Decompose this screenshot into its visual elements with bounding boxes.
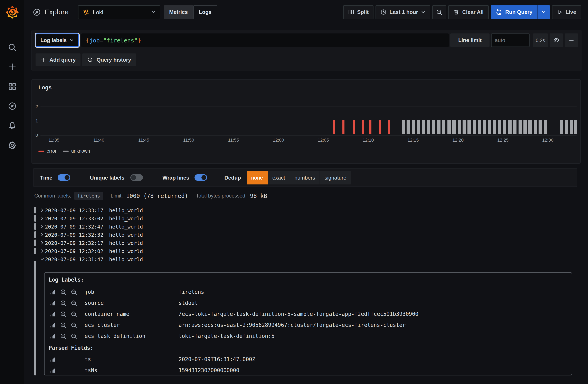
unknown-bar — [483, 120, 486, 134]
unknown-bar — [468, 120, 471, 134]
line-limit-input[interactable] — [491, 34, 529, 47]
filter-out-value-icon[interactable] — [71, 333, 77, 339]
stats-icon[interactable] — [49, 300, 56, 306]
dedup-option-exact[interactable]: exact — [268, 171, 290, 184]
filter-for-value-icon[interactable] — [60, 333, 67, 339]
bell-icon — [8, 121, 17, 130]
filter-out-value-icon[interactable] — [71, 300, 77, 306]
log-row[interactable]: 2020-07-09 12:33:17hello_world — [34, 206, 578, 214]
detail-field-name: source — [84, 300, 179, 306]
unknown-bar — [458, 120, 461, 134]
log-labels-button[interactable]: Log labels — [36, 34, 79, 47]
log-row[interactable]: 2020-07-09 12:32:17hello_world — [34, 239, 578, 247]
log-row[interactable]: 2020-07-09 12:32:47hello_world — [34, 222, 578, 230]
time-toggle[interactable] — [58, 174, 70, 181]
x-axis-tick: 12:15 — [408, 137, 419, 142]
hide-query-button[interactable] — [550, 34, 563, 47]
run-query-split-button: Run Query — [491, 5, 550, 19]
remove-query-button[interactable] — [565, 34, 578, 47]
filter-for-value-icon[interactable] — [60, 322, 67, 328]
filter-out-value-icon[interactable] — [71, 311, 77, 317]
x-axis-tick: 12:30 — [542, 137, 553, 142]
stats-icon[interactable] — [49, 289, 56, 295]
stats-icon[interactable] — [49, 356, 56, 363]
zoom-out-time-button[interactable] — [433, 5, 446, 19]
unknown-bar — [498, 120, 501, 134]
run-query-button[interactable]: Run Query — [491, 5, 537, 19]
detail-field-value: 1594312307000000000 — [179, 367, 239, 373]
tab-metrics[interactable]: Metrics — [164, 5, 193, 19]
filter-for-value-icon[interactable] — [60, 289, 67, 295]
detail-row: ecs_clusterarn:aws:ecs:us-east-2:9056289… — [44, 320, 572, 330]
query-duration-badge: 0.2s — [533, 34, 548, 47]
gear-icon — [8, 141, 17, 150]
filter-for-value-icon[interactable] — [60, 300, 67, 306]
detail-row: jobfirelens — [44, 287, 572, 297]
stats-icon[interactable] — [49, 367, 56, 374]
split-button[interactable]: Split — [343, 5, 374, 19]
chevron-down-icon — [39, 257, 45, 261]
log-row[interactable]: 2020-07-09 12:32:02hello_world — [34, 247, 578, 255]
time-range-picker[interactable]: Last 1 hour — [376, 5, 430, 19]
x-axis-tick: 12:00 — [273, 137, 284, 142]
stats-icon[interactable] — [49, 333, 56, 339]
filter-out-value-icon[interactable] — [71, 289, 77, 295]
x-axis-tick: 11:35 — [48, 137, 59, 142]
dedup-option-numbers[interactable]: numbers — [290, 171, 319, 184]
log-message: hello_world — [109, 231, 143, 238]
sidebar-item-alerting[interactable] — [5, 120, 20, 131]
explore-header: Explore — [33, 8, 69, 16]
unknown-bar — [533, 120, 537, 134]
grafana-logo[interactable] — [0, 0, 24, 24]
minus-icon — [568, 37, 574, 43]
x-axis-tick: 12:20 — [452, 137, 463, 142]
query-token: job — [89, 37, 100, 43]
dedup-option-signature[interactable]: signature — [320, 171, 351, 184]
legend-item-unknown[interactable]: unknown — [63, 149, 90, 154]
log-message: hello_world — [109, 248, 143, 254]
filter-for-value-icon[interactable] — [60, 311, 67, 317]
eye-icon — [553, 37, 559, 43]
stats-icon[interactable] — [49, 311, 56, 317]
log-row[interactable]: 2020-07-09 12:31:47hello_world — [34, 255, 578, 263]
add-query-button[interactable]: Add query — [36, 54, 81, 66]
tab-logs[interactable]: Logs — [193, 5, 217, 19]
wrap-lines-toggle[interactable] — [194, 174, 207, 181]
detail-field-value: loki-fargate-task-definition:5 — [179, 333, 274, 339]
sidebar — [0, 0, 24, 384]
query-input[interactable]: {job="firelens"} — [82, 34, 449, 47]
filter-out-value-icon[interactable] — [71, 322, 77, 328]
detail-field-name: ts — [84, 356, 179, 362]
unique-labels-toggle[interactable] — [130, 174, 143, 181]
play-icon — [557, 9, 563, 15]
grafana-explore-app: Explore Loki Metrics Logs Split Last 1 h… — [0, 0, 588, 384]
query-editor-panel: Log labels {job="firelens"} Line limit 0… — [31, 30, 582, 71]
sidebar-item-dashboards[interactable] — [5, 81, 20, 92]
datasource-picker[interactable]: Loki — [78, 5, 160, 19]
unknown-bar — [524, 120, 527, 134]
legend-item-error[interactable]: error — [38, 149, 57, 154]
gridline-y2 — [41, 107, 577, 107]
clear-all-button[interactable]: Clear All — [448, 5, 489, 19]
live-button[interactable]: Live — [552, 5, 581, 19]
sidebar-item-search[interactable] — [5, 42, 20, 53]
dedup-option-none[interactable]: none — [247, 171, 267, 184]
query-token: { — [86, 37, 89, 43]
common-labels-label: Common labels: — [34, 193, 71, 199]
log-level-bar — [34, 215, 36, 222]
sidebar-item-explore[interactable] — [5, 101, 20, 111]
y-axis-tick: 2 — [32, 104, 38, 109]
sidebar-item-create[interactable] — [5, 62, 20, 72]
run-query-interval-dropdown[interactable] — [537, 5, 550, 19]
error-bar — [369, 120, 371, 134]
panel-title: Logs — [38, 84, 52, 91]
log-row[interactable]: 2020-07-09 12:33:02hello_world — [34, 214, 578, 222]
log-timestamp: 2020-07-09 12:31:47 — [45, 256, 103, 262]
unknown-bar — [442, 120, 445, 134]
sidebar-item-configuration[interactable] — [5, 140, 20, 151]
query-history-button[interactable]: Query history — [82, 54, 136, 66]
unique-labels-toggle-label: Unique labels — [90, 174, 125, 181]
log-row[interactable]: 2020-07-09 12:32:32hello_world — [34, 230, 578, 239]
bytes-processed-value: 98 kB — [250, 192, 267, 199]
stats-icon[interactable] — [49, 322, 56, 328]
